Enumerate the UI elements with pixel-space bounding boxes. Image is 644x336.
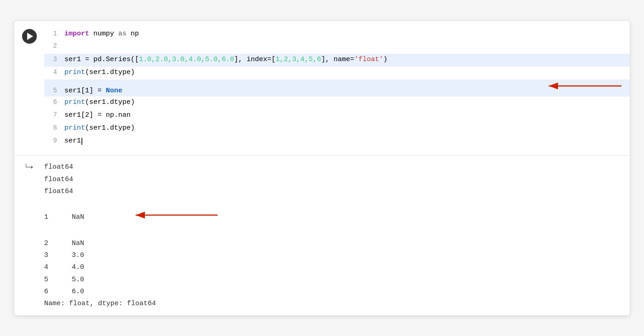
- output-text-dtype3: float64: [44, 186, 73, 198]
- line-number-1: 1: [44, 28, 57, 40]
- output-line-dtype3: float64: [44, 186, 622, 198]
- output-text-dtype1: float64: [44, 161, 73, 173]
- arrow-annotation-line5: [543, 80, 626, 92]
- code-line-8: 8 print(ser1.dtype): [44, 122, 630, 135]
- arrow-svg-output: [130, 210, 222, 221]
- code-line-1: 1 import numpy as np: [44, 28, 630, 41]
- output-value-4: 4.0: [72, 262, 84, 273]
- output-value-3: 3.0: [72, 250, 84, 262]
- code-line-7: 7 ser1[2] = np.nan: [44, 109, 630, 122]
- output-value-1: NaN: [72, 211, 84, 223]
- code-area: 1 import numpy as np 2 3 ser1 = pd.Serie…: [44, 24, 630, 152]
- code-content-8: print(ser1.dtype): [64, 122, 626, 134]
- output-line-6: 6 6.0: [44, 286, 622, 298]
- output-arrow-nan: [89, 198, 222, 238]
- output-index-1: 1: [44, 211, 63, 223]
- output-index-4: 4: [44, 262, 63, 273]
- output-content: float64 float64 float64 1 NaN: [44, 161, 630, 310]
- output-line-5: 5 5.0: [44, 274, 622, 286]
- output-line-dtype2: float64: [44, 174, 622, 186]
- output-icon: ⮡: [25, 163, 34, 173]
- output-value-5: 5.0: [72, 274, 84, 286]
- kw-print-4: print: [64, 68, 85, 76]
- line-number-8: 8: [44, 123, 57, 134]
- code-line-5: 5 ser1[1] = None: [44, 80, 630, 97]
- line-number-7: 7: [44, 110, 57, 121]
- output-line-2: 2 NaN: [44, 238, 622, 250]
- output-icon-area: ⮡: [14, 161, 44, 173]
- output-index-2: 2: [44, 238, 63, 250]
- num-val: 1.0,2.0,3.0,4.0,5.0,6.0: [139, 56, 234, 63]
- code-line-4: 4 print(ser1.dtype): [44, 67, 630, 80]
- kw-print-8: print: [64, 124, 85, 132]
- output-line-3: 3 3.0: [44, 250, 622, 262]
- input-cell: 1 import numpy as np 2 3 ser1 = pd.Serie…: [14, 21, 630, 156]
- code-content-3: ser1 = pd.Series([1.0,2.0,3.0,4.0,5.0,6.…: [64, 54, 626, 66]
- line-number-6: 6: [44, 97, 57, 108]
- output-index-3: 3: [44, 250, 63, 262]
- code-content-9: ser1: [64, 135, 626, 147]
- output-line-4: 4 4.0: [44, 262, 622, 273]
- str-float: 'float': [354, 56, 383, 63]
- line-number-2: 2: [44, 41, 57, 52]
- keyword-as: as: [118, 30, 126, 38]
- output-index-6: 6: [44, 286, 63, 298]
- code-content-6: print(ser1.dtype): [64, 97, 626, 108]
- line-number-9: 9: [44, 136, 57, 147]
- code-line-2: 2: [44, 41, 630, 54]
- code-content-5: ser1[1] = None: [64, 85, 538, 97]
- code-line-6: 6 print(ser1.dtype): [44, 97, 630, 109]
- output-value-2: NaN: [72, 238, 84, 250]
- kw-none: None: [106, 87, 122, 95]
- output-line-dtype1: float64: [44, 161, 622, 173]
- line-number-4: 4: [44, 67, 57, 78]
- output-index-5: 5: [44, 274, 63, 286]
- keyword-import: import: [64, 30, 89, 38]
- code-line-9: 9 ser1: [44, 135, 630, 148]
- run-button[interactable]: [22, 29, 37, 44]
- code-content-1: import numpy as np: [64, 28, 626, 40]
- kw-print-6: print: [64, 98, 85, 106]
- output-line-footer: Name: float, dtype: float64: [44, 298, 622, 310]
- code-content-7: ser1[2] = np.nan: [64, 109, 626, 121]
- line-number-5: 5: [44, 85, 57, 97]
- code-line-3: 3 ser1 = pd.Series([1.0,2.0,3.0,4.0,5.0,…: [44, 54, 630, 67]
- run-button-area: [14, 24, 44, 44]
- line-number-3: 3: [44, 54, 57, 65]
- output-footer-text: Name: float, dtype: float64: [44, 298, 156, 310]
- output-value-6: 6.0: [72, 286, 84, 298]
- notebook-cell: 1 import numpy as np 2 3 ser1 = pd.Serie…: [14, 20, 630, 316]
- output-cell: ⮡ float64 float64 float64 1 NaN: [14, 156, 630, 315]
- output-line-1: 1 NaN: [44, 198, 622, 238]
- arrow-svg-line5: [543, 80, 626, 92]
- num-index: 1,2,3,4,5,6: [276, 56, 321, 63]
- code-content-4: print(ser1.dtype): [64, 67, 626, 79]
- output-text-dtype2: float64: [44, 174, 73, 186]
- cursor: [81, 138, 82, 145]
